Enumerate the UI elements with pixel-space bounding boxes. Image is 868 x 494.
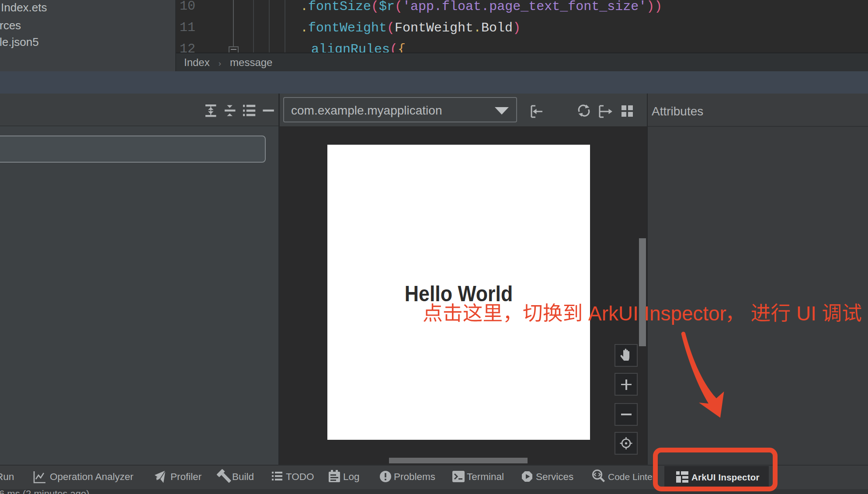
svg-text:ArkUI Inspector: ArkUI Inspector	[583, 303, 726, 325]
svg-text:UI: UI	[791, 303, 822, 325]
